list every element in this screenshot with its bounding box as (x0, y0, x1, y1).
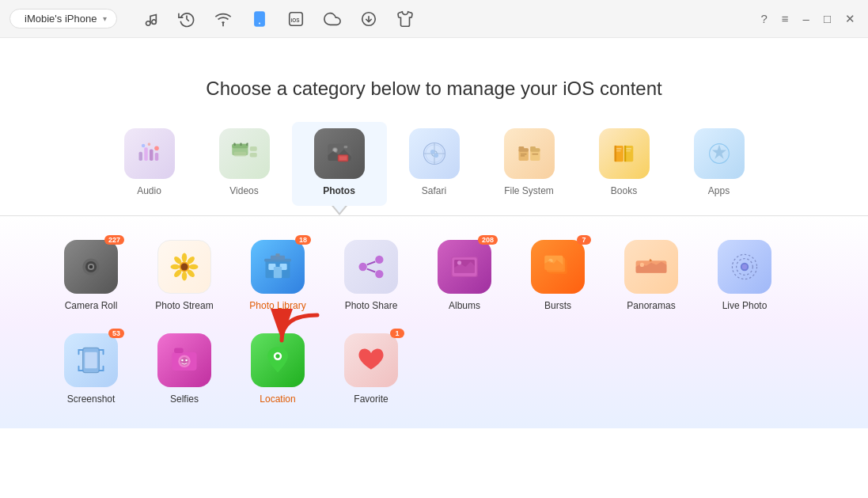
download-icon[interactable] (358, 8, 380, 30)
subcategory-section: 227 Camera Roll (0, 216, 868, 428)
svg-rect-23 (249, 153, 256, 158)
svg-rect-77 (274, 267, 282, 278)
device-selector[interactable]: iMobie's iPhone ▾ (9, 9, 117, 29)
help-button[interactable]: ? (757, 10, 770, 27)
screenshot-badge: 53 (108, 329, 124, 338)
history-icon[interactable] (176, 8, 198, 30)
photo-share-label: Photo Share (345, 300, 398, 311)
svg-rect-10 (138, 152, 142, 161)
svg-rect-13 (154, 153, 158, 161)
favorite-label: Favorite (354, 393, 388, 405)
photo-library-icon: 18 (251, 240, 305, 294)
svg-point-38 (434, 153, 438, 158)
audio-label: Audio (137, 185, 161, 196)
subcategory-item-live-photo[interactable]: Live Photo (701, 232, 788, 319)
subcategory-item-location[interactable]: Location (234, 325, 321, 412)
panoramas-icon (624, 240, 678, 294)
svg-point-91 (457, 260, 461, 264)
svg-rect-11 (144, 147, 148, 161)
camera-roll-icon: 227 (64, 240, 118, 294)
category-item-audio[interactable]: Audio (102, 122, 197, 206)
music-icon[interactable] (139, 8, 161, 30)
subcategory-item-photo-stream[interactable]: Photo Stream (141, 232, 228, 319)
books-category-icon (599, 128, 650, 179)
apps-label: Apps (708, 185, 730, 196)
selected-indicator (332, 206, 347, 215)
albums-label: Albums (449, 300, 480, 311)
device-icon[interactable] (248, 8, 271, 30)
svg-point-1 (152, 19, 157, 23)
svg-rect-28 (343, 146, 347, 148)
bursts-badge: 7 (577, 235, 591, 245)
svg-point-71 (171, 264, 180, 269)
toolbar: iOS (139, 8, 757, 30)
svg-point-83 (358, 263, 366, 271)
svg-rect-55 (626, 150, 631, 151)
dropdown-arrow-icon: ▾ (103, 14, 107, 23)
filesystem-category-icon (504, 128, 555, 179)
close-button[interactable]: ✕ (842, 10, 859, 28)
svg-point-117 (275, 354, 279, 358)
subcategory-grid: 227 Camera Roll (47, 232, 821, 412)
category-grid: Audio Videos (0, 122, 868, 206)
svg-rect-52 (616, 148, 621, 149)
svg-point-61 (89, 265, 93, 269)
svg-rect-80 (275, 253, 279, 257)
svg-point-14 (154, 146, 159, 150)
svg-rect-24 (233, 152, 246, 157)
camera-roll-badge: 227 (104, 235, 124, 245)
live-photo-icon (718, 240, 771, 294)
category-item-apps[interactable]: Apps (672, 122, 767, 206)
apps-category-icon (694, 128, 745, 179)
svg-rect-110 (174, 348, 184, 352)
screenshot-label: Screenshot (67, 393, 116, 405)
device-name: iMobie's iPhone (25, 13, 97, 25)
category-item-filesystem[interactable]: File System (482, 122, 577, 206)
photo-library-label: Photo Library (249, 300, 305, 311)
svg-point-37 (430, 150, 434, 154)
maximize-button[interactable]: □ (821, 10, 834, 27)
svg-rect-53 (616, 150, 620, 151)
subcategory-item-favorite[interactable]: 1 Favorite (328, 325, 415, 412)
category-item-safari[interactable]: Safari (387, 122, 482, 206)
minimize-button[interactable]: – (800, 10, 813, 27)
svg-point-104 (742, 264, 747, 269)
subcategory-item-albums[interactable]: 208 Albums (421, 232, 508, 319)
bursts-label: Bursts (544, 300, 571, 311)
audio-category-icon (124, 128, 175, 179)
shirt-icon[interactable] (394, 8, 416, 30)
svg-rect-44 (530, 146, 536, 149)
albums-badge: 208 (478, 235, 498, 245)
subcategory-item-camera-roll[interactable]: 227 Camera Roll (47, 232, 135, 319)
cloud-icon[interactable] (321, 8, 343, 30)
subcategory-item-bursts[interactable]: 7 Bursts (514, 232, 601, 319)
selfies-label: Selfies (170, 393, 199, 405)
subcategory-item-photo-library[interactable]: 18 Photo Library (234, 232, 321, 319)
favorite-badge: 1 (390, 329, 404, 338)
bursts-icon: 7 (531, 240, 585, 294)
svg-point-114 (185, 359, 188, 362)
svg-rect-31 (339, 156, 347, 160)
books-label: Books (611, 185, 637, 196)
svg-rect-45 (520, 154, 526, 154)
svg-point-67 (189, 264, 199, 269)
svg-rect-107 (85, 352, 97, 369)
menu-button[interactable]: ≡ (779, 10, 792, 27)
subcategory-item-panoramas[interactable]: Panoramas (608, 232, 695, 319)
svg-point-113 (181, 359, 184, 362)
subcategory-item-photo-share[interactable]: Photo Share (328, 232, 415, 319)
videos-category-icon (219, 128, 270, 179)
category-item-books[interactable]: Books (577, 122, 672, 206)
svg-point-99 (640, 263, 644, 267)
camera-roll-label: Camera Roll (65, 300, 118, 311)
category-item-videos[interactable]: Videos (197, 122, 292, 206)
wifi-sync-icon[interactable] (212, 8, 234, 30)
svg-rect-20 (240, 143, 241, 146)
ios-icon[interactable]: iOS (285, 8, 307, 30)
filesystem-label: File System (504, 185, 554, 196)
subcategory-item-screenshot[interactable]: 53 Screenshot (47, 325, 135, 412)
subcategory-item-selfies[interactable]: Selfies (141, 325, 228, 412)
svg-point-82 (375, 256, 383, 264)
category-item-photos[interactable]: Photos (292, 122, 387, 206)
svg-point-64 (180, 263, 188, 270)
